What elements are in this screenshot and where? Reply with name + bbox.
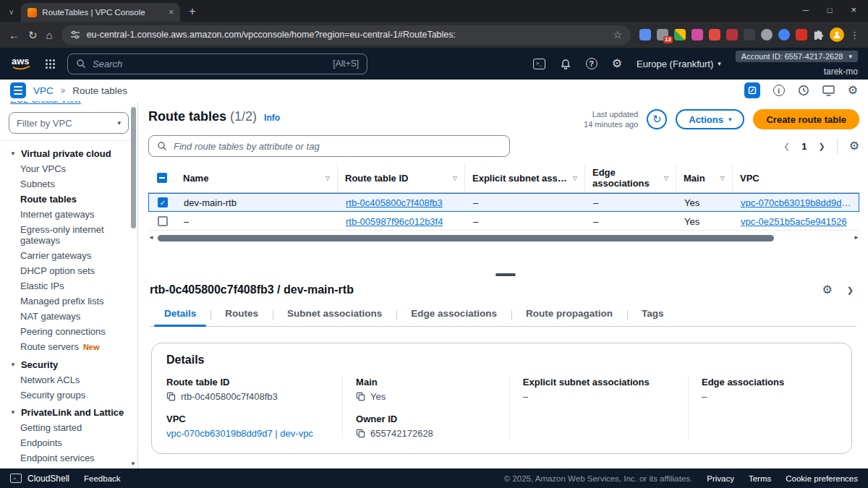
- console-search-input[interactable]: [93, 59, 326, 69]
- cloudshell-button[interactable]: >_ CloudShell: [10, 474, 69, 484]
- tab-tags[interactable]: Tags: [627, 302, 678, 326]
- column-filter-icon[interactable]: ▽: [664, 175, 668, 181]
- preferences-gear-icon[interactable]: ⚙: [849, 140, 859, 152]
- close-button[interactable]: ×: [851, 4, 856, 15]
- sidebar-item-subnets[interactable]: Subnets: [0, 176, 137, 192]
- copy-icon[interactable]: [356, 392, 365, 401]
- create-route-table-button[interactable]: Create route table: [753, 109, 859, 129]
- sidebar-section-privatelink[interactable]: ▼ PrivateLink and Lattice: [0, 403, 137, 420]
- sidebar-item-your-vpcs[interactable]: Your VPCs: [0, 161, 137, 176]
- next-page-icon[interactable]: ❯: [818, 142, 825, 151]
- vpc-link[interactable]: vpc-070cb63019b8dd9d7 | dev-vpc: [741, 197, 851, 208]
- refresh-button[interactable]: ↻: [647, 109, 667, 129]
- tab-search-chevron-icon[interactable]: ∨: [9, 8, 14, 16]
- sidebar-item-internet-gateways[interactable]: Internet gateways: [0, 207, 137, 222]
- scrollbar-thumb[interactable]: [158, 235, 774, 241]
- collapse-panel-chevron-icon[interactable]: ❯: [847, 286, 854, 295]
- extension-icon[interactable]: [726, 29, 738, 40]
- minimize-button[interactable]: ─: [803, 6, 809, 14]
- column-header-name[interactable]: Name▽: [176, 163, 338, 192]
- sidebar-item-egress-only-internet-gateways[interactable]: Egress-only internet gateways: [0, 222, 137, 248]
- sidebar-item-dhcp-option-sets[interactable]: DHCP option sets: [0, 263, 137, 278]
- vpc-filter-select[interactable]: Filter by VPC ▾: [9, 112, 129, 134]
- route-table-id-link[interactable]: rtb-005987f96c012b3f4: [346, 216, 443, 227]
- bookmark-star-icon[interactable]: ☆: [613, 29, 622, 40]
- sidebar-item-endpoints[interactable]: Endpoints: [0, 435, 137, 450]
- sidebar-item-network-acls[interactable]: Network ACLs: [0, 372, 137, 388]
- tab-edge-associations[interactable]: Edge associations: [396, 302, 511, 326]
- column-header-main[interactable]: Main▽: [676, 163, 733, 192]
- copy-icon[interactable]: [356, 429, 365, 438]
- site-settings-icon[interactable]: [70, 30, 80, 40]
- aws-logo[interactable]: aws: [10, 55, 33, 73]
- column-filter-icon[interactable]: ▽: [573, 175, 577, 181]
- new-window-icon[interactable]: [822, 85, 835, 96]
- extensions-puzzle-icon[interactable]: [813, 30, 824, 40]
- browser-profile-avatar[interactable]: [830, 27, 844, 42]
- sidebar-item-route-servers[interactable]: Route serversNew: [0, 339, 137, 355]
- extension-icon[interactable]: [674, 29, 686, 40]
- url-text[interactable]: eu-central-1.console.aws.amazon.com/vpcc…: [87, 30, 607, 40]
- help-icon[interactable]: ?: [586, 58, 597, 69]
- sidebar-item-ec2-global-view[interactable]: EC2 Global View: [0, 101, 137, 106]
- console-assistant-icon[interactable]: [744, 82, 760, 98]
- sidebar-item-route-tables[interactable]: Route tables: [0, 192, 137, 207]
- sidebar-item-elastic-ips[interactable]: Elastic IPs: [0, 278, 137, 294]
- extension-icon[interactable]: [744, 29, 755, 40]
- column-header-route-table-id[interactable]: Route table ID▽: [338, 163, 465, 192]
- side-nav-toggle-icon[interactable]: [10, 82, 26, 98]
- reload-button[interactable]: ↻: [28, 30, 38, 40]
- info-icon[interactable]: i: [773, 85, 785, 96]
- scroll-left-icon[interactable]: ◄: [148, 235, 154, 241]
- table-filter-input[interactable]: [174, 141, 501, 152]
- column-filter-icon[interactable]: ▽: [326, 175, 330, 181]
- settings-gear-icon[interactable]: ⚙: [612, 58, 622, 69]
- tab-close-icon[interactable]: ×: [169, 7, 174, 17]
- sidebar-section-security[interactable]: ▼ Security: [0, 355, 137, 372]
- column-filter-icon[interactable]: ▽: [720, 175, 725, 181]
- column-header-edge-associations[interactable]: Edge associations▽: [585, 163, 676, 192]
- column-header-vpc[interactable]: VPC: [733, 163, 859, 192]
- address-bar[interactable]: eu-central-1.console.aws.amazon.com/vpcc…: [61, 25, 631, 45]
- maximize-button[interactable]: □: [827, 6, 833, 14]
- page-settings-gear-icon[interactable]: ⚙: [848, 85, 858, 96]
- info-link[interactable]: Info: [264, 113, 280, 123]
- history-clock-icon[interactable]: [798, 85, 809, 96]
- home-button[interactable]: ⌂: [46, 30, 53, 40]
- browser-menu-icon[interactable]: ⋮: [850, 30, 859, 40]
- scroll-right-icon[interactable]: ►: [854, 235, 859, 241]
- previous-page-icon[interactable]: ❮: [783, 142, 790, 151]
- tab-route-propagation[interactable]: Route propagation: [511, 302, 627, 326]
- privacy-link[interactable]: Privacy: [707, 474, 734, 483]
- extension-icon[interactable]: 13: [657, 29, 668, 40]
- sidebar-item-carrier-gateways[interactable]: Carrier gateways: [0, 248, 137, 263]
- tab-details[interactable]: Details: [150, 302, 210, 326]
- notifications-bell-icon[interactable]: [560, 58, 571, 69]
- cloudshell-icon[interactable]: >_: [533, 59, 545, 69]
- feedback-link[interactable]: Feedback: [84, 474, 121, 483]
- region-selector[interactable]: Europe (Frankfurt) ▾: [637, 59, 721, 69]
- extension-icon[interactable]: [778, 29, 790, 40]
- detail-preferences-gear-icon[interactable]: ⚙: [822, 284, 832, 296]
- new-tab-button[interactable]: +: [189, 5, 195, 18]
- row-checkbox[interactable]: [158, 216, 168, 226]
- console-search[interactable]: [Alt+S]: [67, 53, 367, 74]
- sidebar-item-endpoint-services[interactable]: Endpoint services: [0, 450, 137, 466]
- tab-subnet-associations[interactable]: Subnet associations: [273, 302, 396, 326]
- column-header-explicit-subnet[interactable]: Explicit subnet associ...▽: [465, 163, 585, 192]
- row-checkbox[interactable]: ✓: [158, 197, 168, 207]
- terms-link[interactable]: Terms: [749, 474, 771, 483]
- extension-icon[interactable]: [796, 29, 807, 40]
- sidebar-item-peering-connections[interactable]: Peering connections: [0, 324, 137, 339]
- sidebar-item-getting-started[interactable]: Getting started: [0, 420, 137, 435]
- browser-tab[interactable]: RouteTables | VPC Console ×: [21, 3, 180, 22]
- sidebar-item-security-groups[interactable]: Security groups: [0, 388, 137, 403]
- account-id-chip[interactable]: Account ID: 6557-4217-2628 ▾: [736, 51, 858, 62]
- breadcrumb-vpc-link[interactable]: VPC: [33, 85, 54, 96]
- cookie-preferences-link[interactable]: Cookie preferences: [786, 474, 858, 483]
- column-filter-icon[interactable]: ▽: [453, 175, 457, 181]
- scrollbar-track[interactable]: [158, 235, 850, 241]
- extension-icon[interactable]: [761, 29, 773, 40]
- sidebar-section-vpc[interactable]: ▼ Virtual private cloud: [0, 144, 137, 161]
- sidebar-item-managed-prefix-lists[interactable]: Managed prefix lists: [0, 294, 137, 309]
